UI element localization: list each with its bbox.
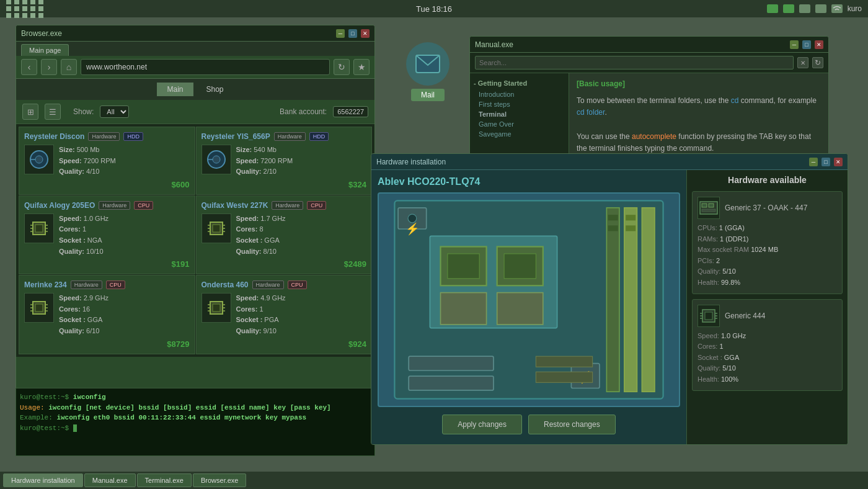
item-price-5: $924 — [202, 339, 367, 349]
nav-main[interactable]: Main — [157, 83, 193, 96]
svg-rect-64 — [702, 204, 707, 207]
motherboard-diagram: ⚡ ⚡ — [379, 194, 679, 406]
svg-rect-66 — [702, 209, 715, 212]
hw-maximize[interactable]: □ — [822, 158, 830, 166]
item-tag-hw-0: Hardware — [88, 132, 120, 141]
search-refresh-btn[interactable]: ↻ — [812, 57, 823, 68]
svg-rect-56 — [626, 225, 636, 231]
manual-link-intro[interactable]: Introduction — [474, 89, 565, 99]
hw-close[interactable]: ✕ — [834, 158, 843, 166]
forward-button[interactable]: › — [41, 59, 57, 75]
manual-title: Manual.exe — [475, 40, 786, 49]
item-specs-3: Speed: 1.7 GHz Cores: 8 Socket : GGA Qua… — [236, 213, 286, 257]
nav-shop[interactable]: Shop — [196, 83, 233, 96]
item-price-2: $191 — [24, 259, 190, 269]
svg-rect-62 — [536, 372, 592, 382]
tray-icon-2 — [783, 4, 794, 13]
taskbar-browser[interactable]: Browser.exe — [193, 473, 247, 487]
item-icon-5 — [202, 293, 231, 323]
home-button[interactable]: ⌂ — [61, 59, 77, 75]
item-quifax-westv[interactable]: Quifax Westv 227K Hardware CPU Speed: 1.… — [196, 195, 373, 274]
item-tag-hdd-1: HDD — [309, 132, 329, 141]
item-reysteler-discon[interactable]: Reysteler Discon Hardware HDD Size: 500 … — [19, 127, 195, 195]
manual-link-gameover[interactable]: Game Over — [474, 119, 565, 129]
browser-minimize[interactable]: ─ — [336, 29, 345, 38]
hw-item-name-1: Generic 444 — [725, 312, 765, 320]
grid-view-btn[interactable]: ⊞ — [22, 104, 38, 120]
item-icon-0 — [24, 145, 54, 174]
item-merinke[interactable]: Merinke 234 Hardware CPU Speed: 2.9 GHz … — [19, 275, 195, 354]
svg-rect-24 — [35, 304, 43, 312]
mail-label[interactable]: Mail — [411, 89, 445, 101]
item-name-2: Quifax Alogy 205EO — [24, 201, 95, 210]
item-name-0: Reysteler Discon — [24, 132, 84, 141]
manual-close[interactable]: ✕ — [815, 40, 823, 49]
item-name-1: Reysteler YIS_656P — [202, 132, 270, 141]
items-grid: Reysteler Discon Hardware HDD Size: 500 … — [16, 124, 374, 357]
item-price-0: $600 — [24, 180, 190, 189]
hardware-window: Hardware installation ─ □ ✕ Ablev HCO220… — [371, 153, 848, 445]
svg-rect-50 — [606, 208, 619, 392]
bank-value: 6562227 — [333, 106, 368, 117]
mail-icon — [406, 42, 450, 86]
item-ondersta[interactable]: Ondersta 460 Hardware CPU Speed: 4.9 GHz… — [196, 275, 373, 354]
username: kuro — [848, 4, 862, 13]
manual-minimize[interactable]: ─ — [790, 40, 799, 49]
browser-close[interactable]: ✕ — [361, 29, 370, 38]
manual-link-terminal[interactable]: Terminal — [474, 109, 565, 119]
svg-rect-58 — [409, 376, 494, 390]
manual-link-savegame[interactable]: Savegame — [474, 129, 565, 139]
taskbar-terminal[interactable]: Terminal.exe — [137, 473, 192, 487]
svg-rect-65 — [709, 204, 714, 207]
apps-grid — [6, 0, 45, 18]
svg-rect-61 — [536, 356, 592, 367]
list-view-btn[interactable]: ☰ — [45, 104, 61, 120]
item-specs-5: Speed: 4.9 GHz Cores: 1 Socket : PGA Qua… — [236, 293, 286, 336]
svg-point-48 — [408, 214, 417, 223]
apply-changes-btn[interactable]: Apply changes — [442, 415, 522, 434]
taskbar-manual[interactable]: Manual.exe — [84, 473, 136, 487]
manual-link-firststeps[interactable]: First steps — [474, 99, 565, 109]
svg-rect-53 — [608, 215, 618, 220]
svg-rect-8 — [35, 225, 43, 232]
main-nav: Main Shop — [16, 79, 374, 100]
taskbar-hw-installation[interactable]: Hardware installation — [3, 473, 83, 487]
search-clear-btn[interactable]: ✕ — [797, 57, 808, 68]
hw-available-item-0[interactable]: Generic 37 - OAAK - 447 CPUs: 1 (GGA) RA… — [692, 191, 843, 294]
url-bar[interactable] — [81, 59, 330, 75]
manual-para-2: You can use the autocomplete function by… — [577, 131, 821, 155]
manual-window: Manual.exe ─ □ ✕ ✕ ↻ - Getting Started I… — [469, 36, 829, 173]
item-icon-1 — [202, 145, 231, 174]
svg-rect-32 — [213, 304, 220, 312]
hw-item-specs-0: CPUs: 1 (GGA) RAMs: 1 (DDR1) Max socket … — [698, 223, 837, 289]
browser-tab-main[interactable]: Main page — [21, 44, 69, 56]
bookmark-button[interactable]: ★ — [353, 59, 370, 75]
hw-right-title: Hardware available — [692, 175, 843, 185]
svg-rect-57 — [409, 356, 494, 370]
hw-minimize[interactable]: ─ — [809, 158, 818, 166]
hw-board-area[interactable]: ⚡ ⚡ — [378, 192, 680, 407]
item-icon-4 — [24, 293, 54, 323]
back-button[interactable]: ‹ — [21, 59, 37, 75]
item-specs-4: Speed: 2.9 GHz Cores: 16 Socket : GGA Qu… — [59, 293, 108, 336]
restore-changes-btn[interactable]: Restore changes — [528, 415, 616, 434]
refresh-button[interactable]: ↻ — [334, 59, 350, 75]
svg-point-5 — [213, 156, 220, 163]
show-label: Show: — [73, 107, 94, 116]
hw-titlebar: Hardware installation ─ □ ✕ — [371, 154, 848, 170]
browser-maximize[interactable]: □ — [348, 29, 357, 38]
clock: Tue 18:16 — [416, 4, 452, 14]
hw-available-item-1[interactable]: Generic 444 Speed: 1.0 GHz Cores: 1 Sock… — [692, 299, 843, 391]
item-tag-cpu-5: CPU — [288, 280, 307, 289]
manual-maximize[interactable]: □ — [802, 40, 811, 49]
item-name-4: Merinke 234 — [24, 280, 67, 289]
manual-search-input[interactable] — [475, 56, 794, 70]
hw-item-name-0: Generic 37 - OAAK - 447 — [725, 204, 807, 212]
item-reysteler-yis[interactable]: Reysteler YIS_656P Hardware HDD Size: 54… — [196, 127, 373, 195]
hw-content: Ablev HCO220-TLQ74 — [371, 170, 848, 444]
show-select[interactable]: All — [100, 105, 129, 118]
item-icon-3 — [202, 213, 231, 243]
shop-header: ⊞ ☰ Show: All Bank account: 6562227 — [16, 100, 374, 124]
svg-rect-55 — [626, 215, 636, 220]
item-quifax-alogy[interactable]: Quifax Alogy 205EO Hardware CPU Speed: 1… — [19, 195, 195, 274]
